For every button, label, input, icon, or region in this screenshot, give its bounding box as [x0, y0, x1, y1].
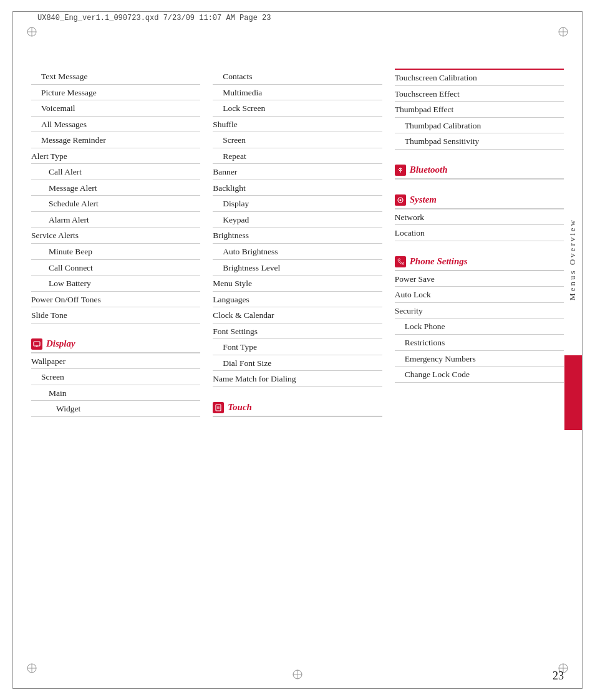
list-item: Alert Type	[31, 148, 200, 165]
system-section-header: System	[395, 191, 564, 209]
list-item: Dial Font Size	[213, 355, 382, 372]
list-item: Shuffle	[213, 117, 382, 133]
header-text: UX840_Eng_ver1.1_090723.qxd 7/23/09 11:0…	[37, 14, 271, 22]
phone-settings-section-header: Phone Settings	[395, 252, 564, 271]
list-item: Text Message	[31, 69, 200, 85]
display-label: Display	[46, 338, 75, 349]
list-item: Repeat	[213, 148, 382, 165]
column-3: Touchscreen Calibration Touchscreen Effe…	[389, 69, 564, 663]
system-icon	[395, 194, 406, 206]
touch-label: Touch	[228, 402, 252, 413]
list-item: Auto Lock	[395, 287, 564, 303]
svg-rect-18	[216, 405, 221, 411]
touch-icon	[213, 402, 224, 413]
list-item: Clock & Calendar	[213, 307, 382, 324]
touch-section-header: Touch	[213, 398, 382, 417]
list-item: Screen	[213, 132, 382, 148]
list-item: Call Alert	[31, 164, 200, 180]
bluetooth-section-header: Bluetooth	[395, 161, 564, 180]
list-item: Low Battery	[31, 276, 200, 292]
list-item: Security	[395, 303, 564, 319]
column-2: Contacts Multimedia Lock Screen Shuffle …	[206, 69, 388, 663]
sidebar-text: Menus Overview	[568, 218, 578, 300]
list-item: Keypad	[213, 212, 382, 228]
list-item: Slide Tone	[31, 307, 200, 324]
display-icon	[31, 338, 42, 350]
list-item: Wallpaper	[31, 353, 200, 370]
list-item: Thumbpad Calibration	[395, 118, 564, 134]
list-item: Voicemail	[31, 100, 200, 117]
list-item: Display	[213, 196, 382, 212]
list-item: Lock Phone	[395, 319, 564, 335]
list-item: Restrictions	[395, 335, 564, 351]
list-item: Lock Screen	[213, 100, 382, 117]
list-item: Location	[395, 225, 564, 241]
list-item: Change Lock Code	[395, 367, 564, 383]
list-item: Backlight	[213, 180, 382, 196]
list-item: Schedule Alert	[31, 196, 200, 212]
list-item: Message Alert	[31, 180, 200, 196]
list-item: Picture Message	[31, 85, 200, 101]
column-1: Text Message Picture Message Voicemail A…	[31, 69, 206, 663]
list-item: Screen	[31, 369, 200, 385]
main-content: Text Message Picture Message Voicemail A…	[31, 69, 564, 663]
list-item: Widget	[31, 401, 200, 417]
list-item: Contacts	[213, 69, 382, 85]
list-item: Banner	[213, 164, 382, 180]
list-item: Network	[395, 209, 564, 226]
page-number: 23	[553, 669, 564, 683]
phone-settings-icon	[395, 256, 406, 267]
list-item: Minute Beep	[31, 244, 200, 260]
display-section-header: Display	[31, 335, 200, 353]
list-item: Emergency Numbers	[395, 351, 564, 367]
bluetooth-icon	[395, 165, 406, 176]
list-item: Brightness	[213, 228, 382, 244]
list-item: Font Type	[213, 339, 382, 355]
sidebar-red-block	[564, 355, 582, 430]
list-item: Power On/Off Tones	[31, 292, 200, 308]
svg-rect-15	[34, 342, 40, 346]
list-item: Call Connect	[31, 260, 200, 276]
system-label: System	[410, 194, 437, 205]
list-item: Touchscreen Effect	[395, 86, 564, 102]
list-item: Brightness Level	[213, 260, 382, 276]
list-item: Service Alerts	[31, 228, 200, 244]
list-item: Thumbpad Sensitivity	[395, 133, 564, 150]
list-item: Main	[31, 385, 200, 401]
list-item: Multimedia	[213, 85, 382, 101]
page-header: UX840_Eng_ver1.1_090723.qxd 7/23/09 11:0…	[37, 14, 558, 22]
list-item: Font Settings	[213, 324, 382, 340]
svg-point-23	[399, 199, 401, 201]
list-item: Thumbpad Effect	[395, 102, 564, 118]
list-item: All Messages	[31, 117, 200, 133]
list-item: Name Match for Dialing	[213, 371, 382, 387]
list-item: Alarm Alert	[31, 212, 200, 228]
list-item: Menu Style	[213, 276, 382, 292]
list-item: Auto Brightness	[213, 244, 382, 260]
bluetooth-label: Bluetooth	[410, 165, 448, 175]
phone-settings-label: Phone Settings	[410, 256, 468, 267]
list-item: Power Save	[395, 271, 564, 287]
list-item: Languages	[213, 292, 382, 308]
list-item: Touchscreen Calibration	[395, 70, 564, 86]
list-item: Message Reminder	[31, 132, 200, 148]
